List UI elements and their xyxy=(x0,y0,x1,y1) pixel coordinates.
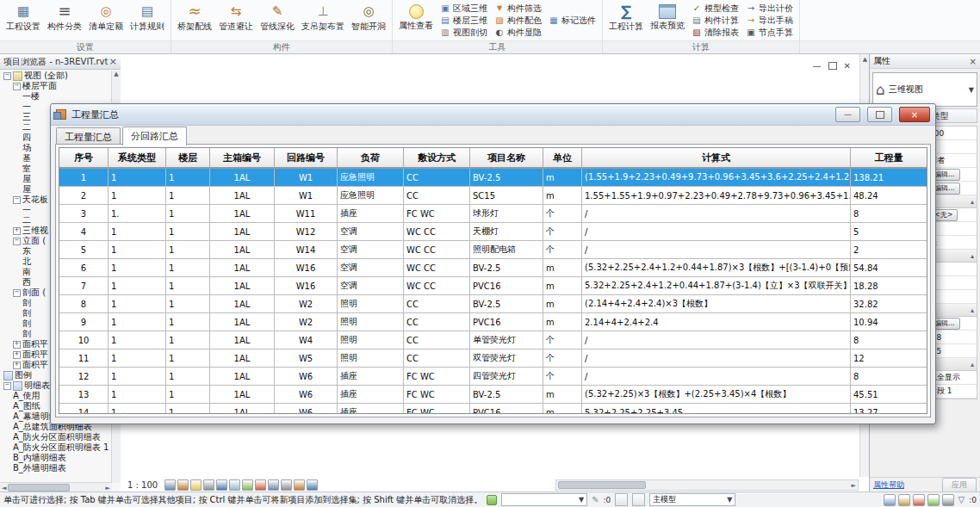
table-cell[interactable]: CC xyxy=(404,331,470,349)
scroll-left-icon[interactable]: ◄ xyxy=(0,485,8,492)
table-cell[interactable]: 1AL xyxy=(210,241,275,259)
ribbon-button[interactable]: 支吊架布置 xyxy=(300,1,346,31)
table-cell[interactable]: WC CC xyxy=(404,277,470,295)
table-cell[interactable]: 1AL xyxy=(210,368,275,386)
column-header[interactable]: 系统类型 xyxy=(109,148,166,168)
table-cell[interactable]: 1 xyxy=(166,241,210,259)
tree-item[interactable]: B_外墙明细表 xyxy=(0,463,112,473)
table-cell[interactable]: 球形灯 xyxy=(470,205,543,223)
column-header[interactable]: 序号 xyxy=(59,148,109,168)
table-cell[interactable]: 5 xyxy=(59,241,109,259)
ribbon-button[interactable]: 工程设置 xyxy=(4,1,42,31)
table-cell[interactable]: WC CC xyxy=(404,241,470,259)
table-cell[interactable]: 1 xyxy=(109,223,166,241)
ribbon-button[interactable]: 构件配色 xyxy=(493,15,543,27)
table-cell[interactable]: / xyxy=(582,241,851,259)
table-cell[interactable]: 1AL xyxy=(210,277,275,295)
table-cell[interactable]: SC15 xyxy=(470,187,543,205)
shadows-icon[interactable] xyxy=(203,479,214,491)
table-cell[interactable]: CC xyxy=(404,349,470,368)
table-cell[interactable]: m xyxy=(543,295,582,313)
table-cell[interactable]: m xyxy=(543,386,582,404)
ribbon-button[interactable]: 视图剖切 xyxy=(438,27,489,39)
chevron-down-icon[interactable]: ▼ xyxy=(969,86,974,94)
table-cell[interactable]: 18.28 xyxy=(851,277,927,295)
close-button[interactable] xyxy=(899,107,930,122)
column-header[interactable]: 工程量 xyxy=(851,148,927,168)
expand-icon[interactable]: + xyxy=(13,227,21,235)
table-cell[interactable]: 1 xyxy=(109,277,166,295)
table-cell[interactable]: 1 xyxy=(166,404,210,415)
collapse-icon[interactable]: − xyxy=(3,72,11,80)
table-cell[interactable]: W1 xyxy=(275,187,338,205)
ribbon-button[interactable]: 标记选件 xyxy=(547,15,598,27)
editable-only-icon[interactable]: ✎ xyxy=(592,495,599,504)
table-cell[interactable]: 1AL xyxy=(210,223,275,241)
table-cell[interactable]: 6 xyxy=(59,259,109,277)
collapse-icon[interactable]: − xyxy=(13,196,21,204)
minimize-view-icon[interactable]: — xyxy=(813,61,822,71)
maximize-button[interactable] xyxy=(867,107,892,122)
ribbon-button[interactable]: 导出手稿 xyxy=(744,15,795,27)
table-cell[interactable]: 45.51 xyxy=(851,386,927,404)
table-cell[interactable]: 1AL xyxy=(210,404,275,415)
ribbon-button[interactable]: 管线深化 xyxy=(258,1,296,31)
table-cell[interactable]: 5 xyxy=(851,223,927,241)
column-header[interactable]: 敷设方式 xyxy=(404,148,470,168)
drag-elements-icon[interactable] xyxy=(942,494,954,506)
sun-path-icon[interactable] xyxy=(190,479,202,491)
filter-icon[interactable]: ▽ xyxy=(958,495,965,504)
tab-inactive[interactable]: 工程量汇总 xyxy=(56,127,121,145)
table-cell[interactable]: / xyxy=(582,349,851,368)
table-cell[interactable]: 1AL xyxy=(210,259,275,277)
table-cell[interactable]: 1 xyxy=(109,168,166,187)
ribbon-button[interactable]: 管道避让 xyxy=(217,1,255,31)
table-row[interactable]: 11111ALW5照明CC双管荧光灯个/12 xyxy=(59,349,927,368)
visual-style-icon[interactable] xyxy=(177,479,189,491)
table-cell[interactable]: 11 xyxy=(59,349,109,368)
table-cell[interactable]: CC xyxy=(404,168,470,187)
table-cell[interactable]: 个 xyxy=(543,368,582,386)
table-cell[interactable]: PVC16 xyxy=(470,313,543,331)
table-cell[interactable]: 1. xyxy=(109,205,166,223)
ribbon-button[interactable]: 属性查看 xyxy=(397,1,435,30)
table-cell[interactable]: 1AL xyxy=(210,295,275,313)
table-cell[interactable]: 应急照明 xyxy=(338,168,404,187)
ribbon-button[interactable]: 构件分类 xyxy=(46,1,84,31)
ribbon-button[interactable]: 楼层三维 xyxy=(438,15,489,27)
table-row[interactable]: 12111ALW6插座FC WC四管荧光灯个/8 xyxy=(59,368,927,386)
table-cell[interactable]: W4 xyxy=(275,331,338,349)
table-cell[interactable]: 10 xyxy=(59,331,109,349)
scrollbar-thumb[interactable] xyxy=(8,484,70,492)
table-cell[interactable]: 1 xyxy=(109,241,166,259)
table-cell[interactable]: 138.21 xyxy=(851,168,927,187)
table-cell[interactable]: BV-2.5 xyxy=(470,259,543,277)
table-cell[interactable]: 插座 xyxy=(338,404,404,415)
table-cell[interactable]: m xyxy=(543,259,582,277)
table-cell[interactable]: 照明 xyxy=(338,295,404,313)
table-cell[interactable]: 1 xyxy=(166,386,210,404)
table-cell[interactable]: 插座 xyxy=(338,205,404,223)
collapse-icon[interactable]: − xyxy=(3,382,11,390)
table-cell[interactable]: PVC16 xyxy=(470,404,543,415)
table-cell[interactable]: 1.55+1.55+1.9+0.97+2.23+0.49+2.78+9.73+0… xyxy=(582,187,851,205)
collapse-icon[interactable]: − xyxy=(13,238,21,245)
column-header[interactable]: 楼层 xyxy=(166,148,210,168)
table-cell[interactable]: FC WC xyxy=(404,404,470,415)
table-cell[interactable]: 1 xyxy=(166,168,210,187)
table-cell[interactable]: 10.94 xyxy=(851,313,927,331)
displacement-icon[interactable] xyxy=(307,479,318,491)
table-row[interactable]: 31.11ALW11插座FC WC球形灯个/8 xyxy=(59,205,927,223)
table-cell[interactable]: 12 xyxy=(59,368,109,386)
ribbon-button[interactable]: 智能开洞 xyxy=(350,1,388,31)
table-cell[interactable]: W16 xyxy=(275,277,338,295)
temporary-hide-icon[interactable] xyxy=(242,479,253,491)
ribbon-button[interactable]: 构件显隐 xyxy=(493,27,543,39)
close-icon[interactable] xyxy=(970,57,977,66)
table-cell[interactable]: m xyxy=(543,404,582,415)
table-cell[interactable]: 32.82 xyxy=(851,295,927,313)
design-option-dropdown[interactable]: 主模型 ▼ xyxy=(649,493,735,506)
constraints-icon[interactable] xyxy=(294,479,305,491)
ribbon-button[interactable]: 模型检查 xyxy=(690,3,741,15)
table-cell[interactable]: CC xyxy=(404,187,470,205)
